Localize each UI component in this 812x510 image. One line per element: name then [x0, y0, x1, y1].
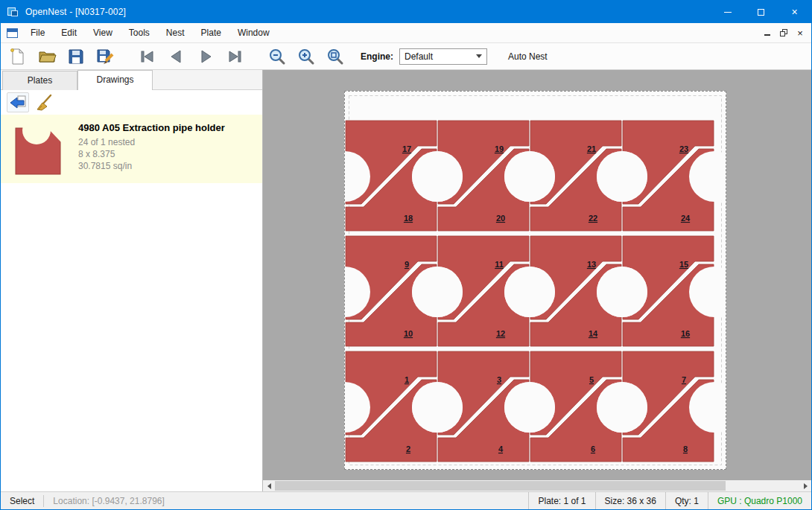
status-location: Location: [-0.9437, 21.8796] — [44, 492, 173, 509]
new-button[interactable] — [7, 45, 29, 68]
part-number-label: 19 — [495, 144, 504, 153]
sidebar: Plates Drawings — [1, 70, 263, 491]
status-right-group: Plate: 1 of 1 Size: 36 x 36 Qty: 1 GPU :… — [528, 492, 811, 509]
drawing-title: 4980 A05 Extraction pipe holder — [78, 122, 225, 133]
part-number-label: 23 — [679, 144, 688, 153]
back-arrow-icon — [8, 94, 28, 112]
engine-select[interactable]: Default — [399, 48, 487, 65]
zoom-fit-button[interactable] — [324, 45, 346, 68]
next-plate-button[interactable] — [194, 45, 217, 68]
part-number-label: 3 — [497, 375, 501, 384]
main-toolbar: Engine: Default Auto Nest — [1, 43, 811, 70]
menu-edit[interactable]: Edit — [53, 24, 85, 42]
mdi-restore-button[interactable] — [775, 25, 792, 40]
part-notch-cutout — [504, 267, 555, 317]
part-number-label: 4 — [498, 444, 504, 453]
drawing-area: 30.7815 sq/in — [78, 160, 225, 172]
part-number-label: 20 — [496, 214, 505, 223]
part-notch-cutout — [597, 267, 647, 317]
tab-drawings[interactable]: Drawings — [77, 70, 153, 90]
zoom-out-button[interactable] — [266, 45, 288, 68]
part-notch-cutout — [412, 382, 463, 433]
next-plate-icon — [196, 47, 215, 66]
chevron-down-icon — [476, 54, 482, 58]
document-icon — [7, 28, 18, 38]
last-plate-button[interactable] — [223, 45, 246, 68]
window-controls: × — [711, 1, 811, 23]
part-notch-cutout — [412, 267, 463, 317]
return-part-button[interactable] — [7, 92, 29, 112]
nest-layout: 171819202122232491011121314151612345678 — [345, 92, 726, 469]
menu-plate[interactable]: Plate — [193, 24, 229, 42]
drawings-toolbar — [1, 90, 262, 115]
nest-canvas[interactable]: 171819202122232491011121314151612345678 — [263, 70, 811, 491]
drawing-size: 8 x 8.375 — [78, 148, 225, 160]
part-number-label: 24 — [681, 214, 691, 223]
part-notch-cutout — [504, 151, 555, 202]
scroll-left-button[interactable] — [263, 480, 275, 491]
save-button[interactable] — [65, 45, 87, 68]
mdi-close-button[interactable]: × — [792, 25, 808, 40]
clear-button[interactable] — [34, 92, 56, 112]
part-number-label: 10 — [404, 329, 413, 338]
first-plate-button[interactable] — [136, 45, 159, 68]
statusbar: Select Location: [-0.9437, 21.8796] Plat… — [1, 491, 811, 509]
drawing-list-item[interactable]: 4980 A05 Extraction pipe holder 24 of 1 … — [1, 115, 262, 183]
maximize-button[interactable] — [744, 1, 778, 23]
part-number-label: 21 — [587, 144, 596, 153]
zoom-in-icon — [296, 47, 316, 66]
mdi-restore-icon — [780, 29, 787, 36]
menu-view[interactable]: View — [85, 24, 121, 42]
part-notch-cutout — [412, 151, 463, 202]
part-number-label: 1 — [405, 375, 409, 384]
scrollbar-thumb[interactable] — [275, 481, 726, 491]
part-number-label: 7 — [682, 375, 686, 384]
close-icon: × — [791, 7, 797, 17]
plate[interactable]: 171819202122232491011121314151612345678 — [344, 91, 726, 470]
tab-plates[interactable]: Plates — [2, 71, 77, 90]
save-as-button[interactable] — [94, 45, 116, 68]
menu-window[interactable]: Window — [229, 24, 278, 42]
mdi-minimize-icon — [764, 34, 770, 36]
scroll-right-icon — [804, 483, 808, 489]
part-number-label: 18 — [404, 214, 413, 223]
horizontal-scrollbar[interactable] — [263, 480, 811, 491]
scroll-left-icon — [267, 483, 271, 489]
zoom-in-button[interactable] — [295, 45, 317, 68]
auto-nest-button[interactable]: Auto Nest — [504, 48, 552, 65]
part-number-label: 12 — [496, 329, 505, 338]
menu-file[interactable]: File — [22, 24, 53, 42]
mdi-close-icon: × — [797, 28, 803, 38]
open-button[interactable] — [36, 45, 58, 68]
menu-nest[interactable]: Nest — [158, 24, 193, 42]
drawing-info: 4980 A05 Extraction pipe holder 24 of 1 … — [78, 119, 225, 177]
part-number-label: 2 — [406, 444, 410, 453]
close-button[interactable]: × — [778, 1, 811, 23]
broom-icon — [35, 94, 54, 112]
last-plate-icon — [225, 47, 244, 66]
window-title: OpenNest - [N0317-002] — [25, 7, 126, 17]
part-number-label: 16 — [681, 329, 690, 338]
part-number-label: 14 — [589, 329, 598, 338]
part-number-label: 22 — [589, 214, 597, 223]
mdi-minimize-button[interactable] — [759, 25, 775, 40]
drawing-nested-count: 24 of 1 nested — [78, 136, 225, 148]
new-file-icon — [8, 47, 28, 66]
open-folder-icon — [37, 47, 57, 66]
minimize-icon — [724, 12, 732, 13]
scroll-right-button[interactable] — [799, 480, 811, 491]
zoom-fit-icon — [326, 47, 345, 66]
part-number-label: 17 — [402, 144, 411, 153]
menu-tools[interactable]: Tools — [121, 24, 158, 42]
part-thumbnail — [11, 119, 66, 177]
previous-plate-icon — [167, 47, 186, 66]
part-notch-cutout — [504, 382, 555, 433]
part-number-label: 6 — [591, 444, 595, 453]
part-number-label: 8 — [683, 444, 688, 453]
sidebar-tabs: Plates Drawings — [1, 70, 262, 90]
status-mode: Select — [1, 492, 43, 509]
minimize-button[interactable] — [711, 1, 744, 23]
scrollbar-track[interactable] — [275, 480, 799, 491]
previous-plate-button[interactable] — [165, 45, 188, 68]
app-window: OpenNest - [N0317-002] × File Edit View … — [0, 0, 812, 510]
